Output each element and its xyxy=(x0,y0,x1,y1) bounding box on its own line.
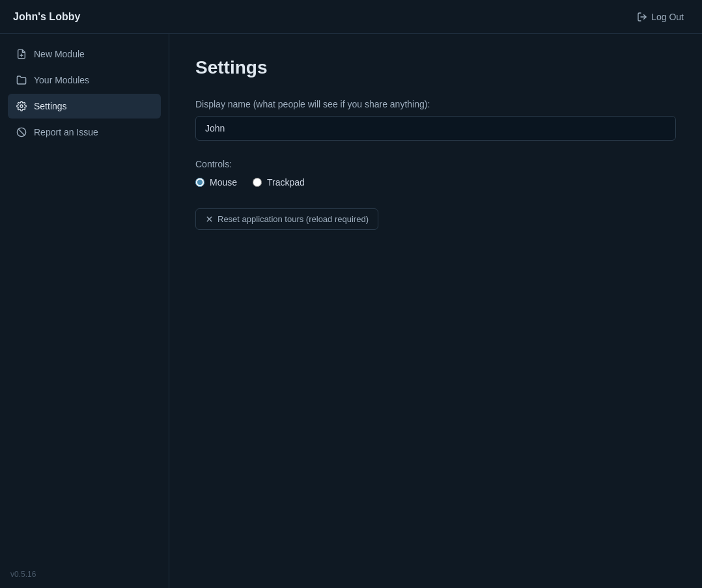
controls-label: Controls: xyxy=(195,159,676,169)
svg-point-3 xyxy=(20,105,23,107)
main-layout: New Module Your Modules Settings xyxy=(0,34,702,588)
settings-icon xyxy=(16,100,27,112)
app-header: John's Lobby Log Out xyxy=(0,0,702,34)
sidebar-item-your-modules[interactable]: Your Modules xyxy=(8,68,161,92)
reset-tours-button[interactable]: Reset application tours (reload required… xyxy=(195,208,378,230)
sidebar: New Module Your Modules Settings xyxy=(0,34,169,588)
report-issue-icon xyxy=(16,126,27,138)
logout-button[interactable]: Log Out xyxy=(632,9,689,25)
display-name-field: Display name (what people will see if yo… xyxy=(195,99,676,159)
logout-icon xyxy=(637,12,647,22)
version-label: v0.5.16 xyxy=(10,570,36,579)
svg-line-5 xyxy=(18,129,24,135)
logout-label: Log Out xyxy=(651,12,684,22)
display-name-input[interactable] xyxy=(195,116,676,141)
sidebar-item-label: Report an Issue xyxy=(34,127,98,137)
mouse-radio-label: Mouse xyxy=(210,177,237,188)
trackpad-radio-label: Trackpad xyxy=(267,177,305,188)
controls-radio-group: Mouse Trackpad xyxy=(195,177,676,188)
display-name-label: Display name (what people will see if yo… xyxy=(195,99,676,109)
new-module-icon xyxy=(16,48,27,60)
mouse-radio-input[interactable] xyxy=(195,178,204,187)
sidebar-item-label: Settings xyxy=(34,101,67,111)
reset-tours-label: Reset application tours (reload required… xyxy=(218,214,369,224)
mouse-radio-option[interactable]: Mouse xyxy=(195,177,237,188)
trackpad-radio-option[interactable]: Trackpad xyxy=(253,177,305,188)
sidebar-item-report-issue[interactable]: Report an Issue xyxy=(8,120,161,145)
x-icon xyxy=(205,215,214,223)
sidebar-item-label: New Module xyxy=(34,49,85,59)
app-title: John's Lobby xyxy=(13,11,80,23)
controls-section: Controls: Mouse Trackpad xyxy=(195,159,676,188)
content-area: Settings Display name (what people will … xyxy=(169,34,702,588)
sidebar-item-new-module[interactable]: New Module xyxy=(8,42,161,66)
sidebar-item-settings[interactable]: Settings xyxy=(8,94,161,119)
sidebar-item-label: Your Modules xyxy=(34,75,89,85)
your-modules-icon xyxy=(16,74,27,86)
page-title: Settings xyxy=(195,57,676,78)
trackpad-radio-input[interactable] xyxy=(253,178,262,187)
